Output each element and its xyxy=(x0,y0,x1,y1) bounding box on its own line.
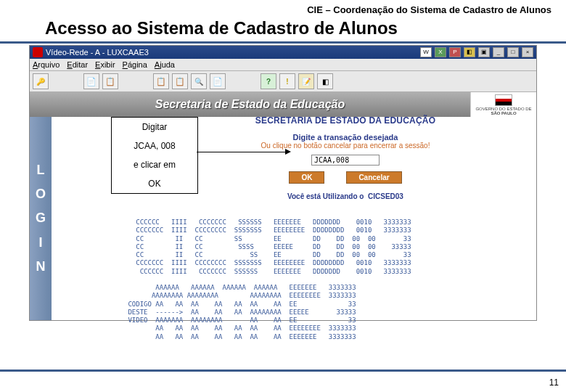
login-o: O xyxy=(36,186,46,203)
banner: Secretaria de Estado da Educação GOVERNO… xyxy=(30,92,536,117)
status-line: Você está Utilizando o CICSED03 xyxy=(218,192,472,200)
tool-copy-icon[interactable] xyxy=(102,73,118,89)
sp-flag-icon xyxy=(495,94,512,106)
ppt-icon[interactable]: P xyxy=(449,47,461,57)
status-prefix: Você está Utilizando o xyxy=(287,192,364,200)
login-n: N xyxy=(36,258,46,275)
menu-ajuda[interactable]: Ajuda xyxy=(155,60,175,69)
menu-arquivo[interactable]: Arquivo xyxy=(33,60,60,69)
tool-help-icon[interactable] xyxy=(261,73,276,89)
callout-l3: e clicar em xyxy=(112,155,197,174)
org-label: CIE – Coordenação do Sistema de Cadastro… xyxy=(0,0,566,17)
status-host: CICSED03 xyxy=(368,192,403,200)
generic-icon[interactable]: ▣ xyxy=(478,47,490,57)
tool-alert-icon[interactable] xyxy=(279,73,295,89)
excel-icon[interactable]: X xyxy=(435,47,446,57)
transaction-dialog: SECRETARIA DE ESTADO DA EDUCAÇÃO Digite … xyxy=(218,115,472,200)
callout-l2: JCAA, 008 xyxy=(112,136,197,155)
tool-key-icon[interactable]: 🔑 xyxy=(33,73,49,89)
minimize-button[interactable]: _ xyxy=(493,47,504,57)
misc-icon[interactable]: ◧ xyxy=(464,47,475,57)
titlebar: Vídeo-Rede - A - LUXCAAE3 W X P ◧ ▣ _ □ … xyxy=(30,46,536,59)
gov-logo: GOVERNO DO ESTADO DE SÃO PAULO xyxy=(470,92,536,117)
instruction-callout: Digitar JCAA, 008 e clicar em OK xyxy=(111,117,198,194)
page-title: Acesso ao Sistema de Cadastro de Alunos xyxy=(0,17,566,41)
login-strip: L O G I N xyxy=(30,117,52,320)
toolbar: 🔑 📝 ◧ xyxy=(30,71,536,92)
menubar: Arquivo Editar Exibir Página Ajuda xyxy=(30,59,536,71)
tool-doc-icon[interactable] xyxy=(83,73,99,89)
slide-number: 11 xyxy=(549,377,559,388)
banner-text: Secretaria de Estado da Educação xyxy=(30,92,470,117)
transaction-input[interactable] xyxy=(311,155,380,166)
cancel-button[interactable]: Cancelar xyxy=(346,171,401,184)
menu-editar[interactable]: Editar xyxy=(67,60,88,69)
login-i: I xyxy=(38,234,42,251)
callout-l4: OK xyxy=(112,174,197,193)
tool-note-icon[interactable]: 📝 xyxy=(298,73,314,89)
dialog-heading: SECRETARIA DE ESTADO DA EDUCAÇÃO xyxy=(218,115,472,126)
tool-misc-icon[interactable]: ◧ xyxy=(317,73,333,89)
word-icon[interactable]: W xyxy=(420,47,432,57)
app-window: Vídeo-Rede - A - LUXCAAE3 W X P ◧ ▣ _ □ … xyxy=(29,45,537,321)
gov-line2: SÃO PAULO xyxy=(491,111,516,115)
menu-exibir[interactable]: Exibir xyxy=(95,60,115,69)
maximize-button[interactable]: □ xyxy=(507,47,519,57)
main-panel: Digitar JCAA, 008 e clicar em OK SECRETA… xyxy=(52,117,536,320)
window-title: Vídeo-Rede - A - LUXCAAE3 xyxy=(46,48,149,57)
bottom-rule xyxy=(0,369,566,372)
login-g: G xyxy=(36,210,46,226)
ok-button[interactable]: OK xyxy=(289,171,324,184)
dialog-prompt2: Ou clique no botão cancelar para encerra… xyxy=(218,142,472,150)
tool-search-icon[interactable] xyxy=(191,73,207,89)
content-area: L O G I N Digitar JCAA, 008 e clicar em … xyxy=(30,117,536,320)
tool-page-icon[interactable] xyxy=(210,73,226,89)
tool-paste2-icon[interactable] xyxy=(172,73,188,89)
callout-l1: Digitar xyxy=(112,118,197,136)
close-button[interactable]: × xyxy=(522,47,533,57)
app-icon xyxy=(33,47,43,57)
tool-paste1-icon[interactable] xyxy=(153,73,169,89)
login-l: L xyxy=(37,162,45,179)
dialog-prompt1: Digite a transação desejada xyxy=(218,133,472,142)
title-rule xyxy=(0,41,566,44)
ascii-art: CCCCCC IIII CCCCCCC SSSSSS EEEEEEE DDDDD… xyxy=(124,219,411,341)
menu-pagina[interactable]: Página xyxy=(123,60,147,69)
